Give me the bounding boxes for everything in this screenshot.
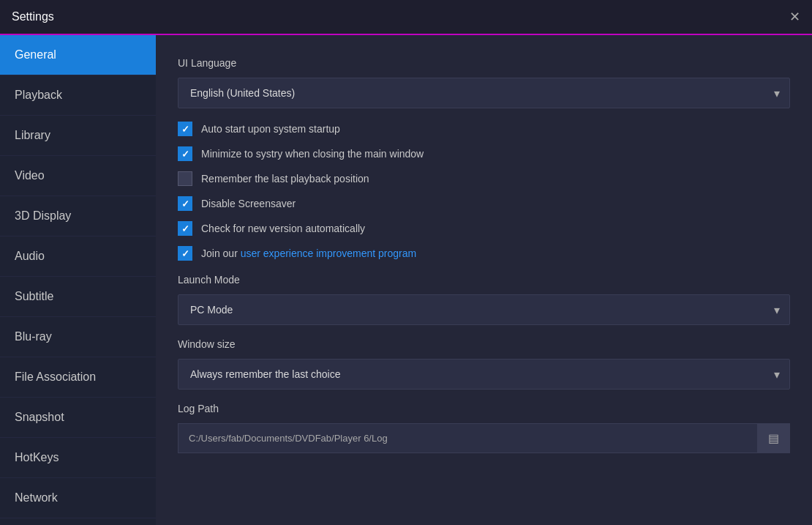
launch-mode-label: Launch Mode xyxy=(178,274,790,286)
ux-program-link[interactable]: user experience improvement program xyxy=(241,247,416,259)
checkmark-icon: ✓ xyxy=(181,249,189,258)
dialog-title: Settings xyxy=(12,10,54,23)
sidebar-item-blu-ray[interactable]: Blu-ray xyxy=(0,317,156,357)
launch-mode-dropdown-wrapper: PC ModeTV Mode ▾ xyxy=(178,294,790,325)
sidebar-item-subtitle[interactable]: Subtitle xyxy=(0,277,156,317)
log-path-browse-button[interactable]: ▤ xyxy=(757,423,790,453)
ui-language-select[interactable]: English (United States)Chinese (Simplifi… xyxy=(178,78,790,108)
ui-language-label: UI Language xyxy=(178,57,790,69)
close-button[interactable]: ✕ xyxy=(789,10,800,23)
checkbox-row-disable-screensaver: ✓Disable Screensaver xyxy=(178,196,790,211)
main-layout: GeneralPlaybackLibraryVideo3D DisplayAud… xyxy=(0,35,812,525)
checkbox-join-program[interactable]: ✓ xyxy=(178,246,192,261)
window-size-dropdown-wrapper: Always remember the last choiceFullscree… xyxy=(178,359,790,390)
window-size-select[interactable]: Always remember the last choiceFullscree… xyxy=(178,359,790,390)
log-path-input[interactable] xyxy=(178,423,757,453)
sidebar-item-snapshot[interactable]: Snapshot xyxy=(0,398,156,438)
checkbox-row-check-version: ✓Check for new version automatically xyxy=(178,221,790,236)
title-bar: Settings ✕ xyxy=(0,0,812,35)
sidebar-item-playback[interactable]: Playback xyxy=(0,75,156,116)
sidebar-item-hotkeys[interactable]: HotKeys xyxy=(0,438,156,478)
window-size-section: Window size Always remember the last cho… xyxy=(178,338,790,390)
content-area: UI Language English (United States)Chine… xyxy=(156,35,812,525)
log-path-section: Log Path ▤ xyxy=(178,403,790,453)
sidebar: GeneralPlaybackLibraryVideo3D DisplayAud… xyxy=(0,35,156,525)
log-path-row: ▤ xyxy=(178,423,790,453)
sidebar-item-file-association[interactable]: File Association xyxy=(0,357,156,398)
log-path-label: Log Path xyxy=(178,403,790,414)
checkmark-icon: ✓ xyxy=(181,124,189,134)
checkbox-label-disable-screensaver: Disable Screensaver xyxy=(201,198,296,209)
window-size-label: Window size xyxy=(178,338,790,350)
checkmark-icon: ✓ xyxy=(181,149,189,159)
checkbox-remember-position[interactable] xyxy=(178,171,192,186)
checkbox-disable-screensaver[interactable]: ✓ xyxy=(178,196,192,211)
sidebar-item-audio[interactable]: Audio xyxy=(0,237,156,277)
checkbox-row-auto-start: ✓Auto start upon system startup xyxy=(178,122,790,136)
sidebar-item-3d-display[interactable]: 3D Display xyxy=(0,196,156,237)
sidebar-item-general[interactable]: General xyxy=(0,35,156,75)
ui-language-section: UI Language English (United States)Chine… xyxy=(178,57,790,108)
checkbox-label-minimize-systray: Minimize to systry when closing the main… xyxy=(201,148,424,160)
checkbox-row-join-program: ✓Join our user experience improvement pr… xyxy=(178,246,790,261)
launch-mode-select[interactable]: PC ModeTV Mode xyxy=(178,294,790,325)
launch-mode-section: Launch Mode PC ModeTV Mode ▾ xyxy=(178,274,790,325)
checkbox-check-version[interactable]: ✓ xyxy=(178,221,192,236)
checkbox-auto-start[interactable]: ✓ xyxy=(178,122,192,136)
checkbox-label-auto-start: Auto start upon system startup xyxy=(201,123,340,135)
checkbox-row-minimize-systray: ✓Minimize to systry when closing the mai… xyxy=(178,146,790,161)
sidebar-item-network[interactable]: Network xyxy=(0,478,156,518)
checkmark-icon: ✓ xyxy=(181,224,189,234)
checkbox-row-remember-position: Remember the last playback position xyxy=(178,171,790,186)
checkbox-label-join-program: Join our user experience improvement pro… xyxy=(201,247,416,259)
folder-icon: ▤ xyxy=(768,431,779,445)
checkbox-label-remember-position: Remember the last playback position xyxy=(201,173,369,185)
sidebar-item-library[interactable]: Library xyxy=(0,116,156,156)
checkmark-icon: ✓ xyxy=(181,199,189,209)
checkboxes-group: ✓Auto start upon system startup✓Minimize… xyxy=(178,122,790,261)
checkbox-label-check-version: Check for new version automatically xyxy=(201,223,365,234)
checkbox-minimize-systray[interactable]: ✓ xyxy=(178,146,192,161)
sidebar-item-video[interactable]: Video xyxy=(0,156,156,196)
ui-language-dropdown-wrapper: English (United States)Chinese (Simplifi… xyxy=(178,78,790,108)
